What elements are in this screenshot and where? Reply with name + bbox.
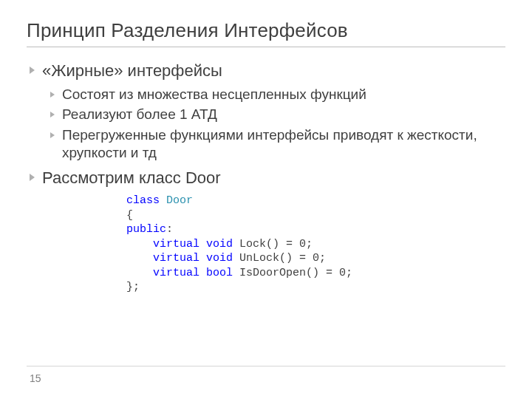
code-text: () = 0; — [279, 252, 326, 265]
keyword-class: class — [126, 194, 160, 207]
list-item: Состоят из множества несцепленных функци… — [50, 86, 505, 103]
chevron-right-icon — [50, 112, 55, 117]
chevron-right-icon — [30, 174, 35, 181]
bullet-text: Перегруженные функциями интерфейсы приво… — [62, 126, 505, 162]
code-text — [126, 238, 153, 250]
fn-name: Lock — [239, 238, 266, 250]
bullet-list: «Жирные» интерфейсы Состоят из множества… — [27, 61, 505, 188]
keyword-void: void — [206, 238, 233, 250]
chevron-right-icon — [50, 92, 55, 98]
bullet-text: Рассмотрим класс Door — [42, 168, 221, 188]
sub-bullet-list: Состоят из множества несцепленных функци… — [30, 86, 505, 162]
class-name: Door — [166, 194, 193, 207]
chevron-right-icon — [30, 66, 35, 74]
chevron-right-icon — [50, 132, 55, 138]
code-text: () = 0; — [266, 238, 313, 250]
code-text: }; — [126, 281, 140, 293]
bullet-text: «Жирные» интерфейсы — [42, 61, 222, 81]
list-item: Рассмотрим класс Door — [30, 168, 505, 188]
code-text: { — [126, 209, 133, 222]
code-text — [126, 252, 153, 265]
keyword-virtual: virtual — [153, 252, 200, 265]
list-item: Перегруженные функциями интерфейсы приво… — [50, 126, 505, 162]
keyword-public: public — [126, 223, 166, 236]
keyword-bool: bool — [206, 267, 233, 279]
list-item: «Жирные» интерфейсы Состоят из множества… — [30, 61, 505, 162]
code-text: () = 0; — [306, 267, 352, 279]
fn-name: UnLock — [239, 252, 279, 265]
page-number: 15 — [30, 372, 41, 384]
list-item: Реализуют более 1 АТД — [50, 106, 505, 123]
keyword-virtual: virtual — [153, 267, 200, 279]
divider — [27, 366, 505, 366]
code-text: : — [166, 223, 173, 236]
keyword-void: void — [206, 252, 233, 265]
fn-name: IsDoorOpen — [239, 267, 306, 279]
bullet-text: Состоят из множества несцепленных функци… — [62, 86, 366, 103]
slide-title: Принцип Разделения Интерфейсов — [27, 19, 505, 47]
code-block: class Door { public: virtual void Lock()… — [126, 194, 505, 295]
code-text — [126, 267, 153, 279]
bullet-text: Реализуют более 1 АТД — [62, 106, 217, 123]
keyword-virtual: virtual — [153, 238, 200, 250]
